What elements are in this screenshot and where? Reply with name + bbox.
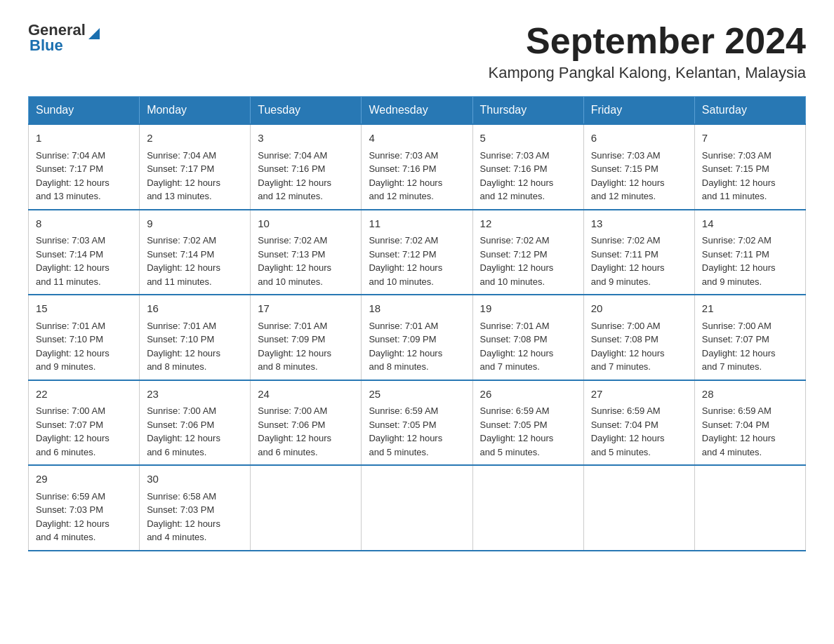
day-cell-18: 18 Sunrise: 7:01 AM Sunset: 7:09 PM Dayl… xyxy=(362,295,472,380)
day-number: 20 xyxy=(591,301,687,317)
sunrise-info: Sunrise: 7:00 AM xyxy=(591,321,661,331)
day-cell-3: 3 Sunrise: 7:04 AM Sunset: 7:16 PM Dayli… xyxy=(251,124,362,210)
sunrise-info: Sunrise: 7:02 AM xyxy=(258,235,327,246)
empty-cell xyxy=(362,465,472,551)
daylight-info: Daylight: 12 hoursand 8 minutes. xyxy=(147,348,220,373)
daylight-info: Daylight: 12 hoursand 8 minutes. xyxy=(258,348,331,373)
day-cell-1: 1 Sunrise: 7:04 AM Sunset: 7:17 PM Dayli… xyxy=(29,124,140,210)
daylight-info: Daylight: 12 hoursand 13 minutes. xyxy=(36,177,110,202)
day-header-saturday: Saturday xyxy=(694,97,805,125)
day-number: 14 xyxy=(702,216,798,232)
day-cell-24: 24 Sunrise: 7:00 AM Sunset: 7:06 PM Dayl… xyxy=(251,380,362,466)
daylight-info: Daylight: 12 hoursand 7 minutes. xyxy=(480,348,554,373)
sunset-info: Sunset: 7:05 PM xyxy=(480,420,548,430)
day-number: 18 xyxy=(369,301,465,317)
day-number: 23 xyxy=(147,387,243,403)
sunrise-info: Sunrise: 7:04 AM xyxy=(36,150,105,161)
day-cell-27: 27 Sunrise: 6:59 AM Sunset: 7:04 PM Dayl… xyxy=(583,380,694,466)
sunrise-info: Sunrise: 7:03 AM xyxy=(480,150,550,161)
day-header-sunday: Sunday xyxy=(29,97,140,125)
empty-cell xyxy=(472,465,583,551)
day-cell-14: 14 Sunrise: 7:02 AM Sunset: 7:11 PM Dayl… xyxy=(694,210,805,295)
sunset-info: Sunset: 7:11 PM xyxy=(702,249,769,260)
sunset-info: Sunset: 7:07 PM xyxy=(36,420,103,430)
sunset-info: Sunset: 7:06 PM xyxy=(147,420,214,430)
sunset-info: Sunset: 7:10 PM xyxy=(36,334,103,344)
day-header-row: SundayMondayTuesdayWednesdayThursdayFrid… xyxy=(29,97,806,125)
day-cell-8: 8 Sunrise: 7:03 AM Sunset: 7:14 PM Dayli… xyxy=(29,210,140,295)
day-number: 13 xyxy=(591,216,687,232)
day-cell-17: 17 Sunrise: 7:01 AM Sunset: 7:09 PM Dayl… xyxy=(251,295,362,380)
day-cell-22: 22 Sunrise: 7:00 AM Sunset: 7:07 PM Dayl… xyxy=(29,380,140,466)
sunrise-info: Sunrise: 7:03 AM xyxy=(702,150,772,161)
sunrise-info: Sunrise: 7:02 AM xyxy=(480,235,550,246)
daylight-info: Daylight: 12 hoursand 12 minutes. xyxy=(369,177,442,202)
day-cell-5: 5 Sunrise: 7:03 AM Sunset: 7:16 PM Dayli… xyxy=(472,124,583,210)
sunrise-info: Sunrise: 6:59 AM xyxy=(369,405,438,416)
day-number: 4 xyxy=(369,130,465,147)
day-number: 7 xyxy=(702,130,798,147)
sunrise-info: Sunrise: 7:00 AM xyxy=(147,405,216,416)
sunrise-info: Sunrise: 6:58 AM xyxy=(147,491,216,502)
day-number: 30 xyxy=(147,471,243,488)
logo: General Blue xyxy=(28,21,100,55)
daylight-info: Daylight: 12 hoursand 11 minutes. xyxy=(36,262,110,287)
daylight-info: Daylight: 12 hoursand 5 minutes. xyxy=(369,433,442,457)
day-cell-2: 2 Sunrise: 7:04 AM Sunset: 7:17 PM Dayli… xyxy=(140,124,251,210)
day-cell-9: 9 Sunrise: 7:02 AM Sunset: 7:14 PM Dayli… xyxy=(140,210,251,295)
sunset-info: Sunset: 7:09 PM xyxy=(258,334,325,344)
sunset-info: Sunset: 7:03 PM xyxy=(147,504,214,515)
daylight-info: Daylight: 12 hoursand 6 minutes. xyxy=(258,433,331,457)
day-number: 22 xyxy=(36,387,132,403)
sunset-info: Sunset: 7:11 PM xyxy=(591,249,658,260)
day-header-friday: Friday xyxy=(583,97,694,125)
sunset-info: Sunset: 7:15 PM xyxy=(591,163,658,174)
daylight-info: Daylight: 12 hoursand 12 minutes. xyxy=(258,177,331,202)
day-number: 11 xyxy=(369,216,465,232)
day-cell-25: 25 Sunrise: 6:59 AM Sunset: 7:05 PM Dayl… xyxy=(362,380,472,466)
sunrise-info: Sunrise: 7:01 AM xyxy=(369,321,438,331)
day-cell-28: 28 Sunrise: 6:59 AM Sunset: 7:04 PM Dayl… xyxy=(694,380,805,466)
calendar-table: SundayMondayTuesdayWednesdayThursdayFrid… xyxy=(28,96,806,551)
sunrise-info: Sunrise: 7:03 AM xyxy=(369,150,438,161)
daylight-info: Daylight: 12 hoursand 12 minutes. xyxy=(480,177,554,202)
daylight-info: Daylight: 12 hoursand 9 minutes. xyxy=(36,348,110,373)
day-number: 1 xyxy=(36,130,132,147)
day-cell-11: 11 Sunrise: 7:02 AM Sunset: 7:12 PM Dayl… xyxy=(362,210,472,295)
day-cell-7: 7 Sunrise: 7:03 AM Sunset: 7:15 PM Dayli… xyxy=(694,124,805,210)
daylight-info: Daylight: 12 hoursand 5 minutes. xyxy=(480,433,554,457)
day-cell-30: 30 Sunrise: 6:58 AM Sunset: 7:03 PM Dayl… xyxy=(140,465,251,551)
sunset-info: Sunset: 7:16 PM xyxy=(480,163,548,174)
sunrise-info: Sunrise: 6:59 AM xyxy=(591,405,661,416)
sunset-info: Sunset: 7:04 PM xyxy=(702,420,769,430)
sunset-info: Sunset: 7:12 PM xyxy=(369,249,436,260)
sunset-info: Sunset: 7:06 PM xyxy=(258,420,325,430)
day-number: 3 xyxy=(258,130,354,147)
day-number: 9 xyxy=(147,216,243,232)
daylight-info: Daylight: 12 hoursand 8 minutes. xyxy=(369,348,442,373)
daylight-info: Daylight: 12 hoursand 10 minutes. xyxy=(258,262,331,287)
day-cell-15: 15 Sunrise: 7:01 AM Sunset: 7:10 PM Dayl… xyxy=(29,295,140,380)
day-number: 10 xyxy=(258,216,354,232)
sunrise-info: Sunrise: 7:03 AM xyxy=(36,235,105,246)
daylight-info: Daylight: 12 hoursand 7 minutes. xyxy=(702,348,776,373)
sunrise-info: Sunrise: 6:59 AM xyxy=(480,405,550,416)
sunset-info: Sunset: 7:05 PM xyxy=(369,420,436,430)
day-header-wednesday: Wednesday xyxy=(362,97,472,125)
daylight-info: Daylight: 12 hoursand 11 minutes. xyxy=(702,177,776,202)
daylight-info: Daylight: 12 hoursand 4 minutes. xyxy=(147,518,220,543)
day-number: 26 xyxy=(480,387,576,403)
day-number: 25 xyxy=(369,387,465,403)
day-cell-23: 23 Sunrise: 7:00 AM Sunset: 7:06 PM Dayl… xyxy=(140,380,251,466)
daylight-info: Daylight: 12 hoursand 5 minutes. xyxy=(591,433,665,457)
week-row-4: 22 Sunrise: 7:00 AM Sunset: 7:07 PM Dayl… xyxy=(29,380,806,466)
sunset-info: Sunset: 7:04 PM xyxy=(591,420,658,430)
sunset-info: Sunset: 7:14 PM xyxy=(147,249,214,260)
daylight-info: Daylight: 12 hoursand 6 minutes. xyxy=(36,433,110,457)
sunrise-info: Sunrise: 7:01 AM xyxy=(480,321,550,331)
logo-icon: General Blue xyxy=(28,21,100,55)
daylight-info: Daylight: 12 hoursand 4 minutes. xyxy=(702,433,776,457)
day-cell-26: 26 Sunrise: 6:59 AM Sunset: 7:05 PM Dayl… xyxy=(472,380,583,466)
day-cell-13: 13 Sunrise: 7:02 AM Sunset: 7:11 PM Dayl… xyxy=(583,210,694,295)
sunrise-info: Sunrise: 7:01 AM xyxy=(147,321,216,331)
